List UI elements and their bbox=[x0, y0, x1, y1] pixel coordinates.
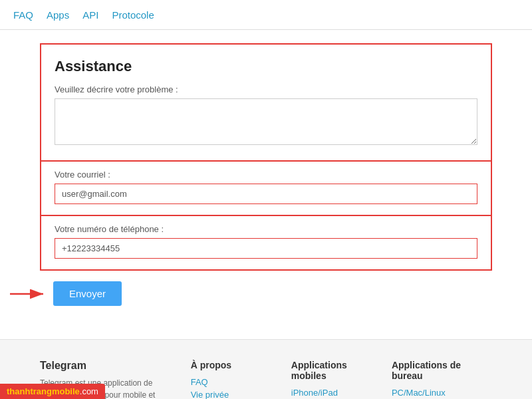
send-button[interactable]: Envoyer bbox=[53, 281, 122, 306]
footer-apropos-faq[interactable]: FAQ bbox=[191, 377, 278, 387]
email-section: Votre courriel : bbox=[40, 162, 492, 216]
watermark-text: thanhtrangmobile bbox=[7, 386, 80, 396]
arrow-indicator bbox=[10, 284, 50, 304]
nav-apps[interactable]: Apps bbox=[47, 9, 69, 21]
footer-desktop: Applications de bureau PC/Mac/Linux macO… bbox=[392, 360, 492, 399]
watermark: thanhtrangmobile.com bbox=[0, 384, 105, 399]
footer-desktop-title: Applications de bureau bbox=[392, 360, 479, 381]
footer-desktop-pc[interactable]: PC/Mac/Linux bbox=[392, 388, 479, 398]
footer-apropos-title: À propos bbox=[191, 360, 278, 370]
problem-textarea[interactable] bbox=[55, 98, 477, 145]
nav-protocole[interactable]: Protocole bbox=[112, 9, 154, 21]
phone-section: Votre numéro de téléphone : bbox=[40, 216, 492, 271]
footer-telegram-title: Telegram bbox=[40, 360, 171, 372]
footer-mobile: Applications mobiles iPhone/iPad Android… bbox=[291, 360, 392, 399]
phone-label: Votre numéro de téléphone : bbox=[55, 224, 477, 234]
email-label: Votre courriel : bbox=[55, 170, 477, 180]
assistance-box: Assistance Veuillez décrire votre problè… bbox=[40, 43, 492, 162]
footer-mobile-iphone[interactable]: iPhone/iPad bbox=[291, 388, 378, 398]
email-input[interactable] bbox=[55, 184, 477, 204]
main-content: Assistance Veuillez décrire votre problè… bbox=[0, 30, 532, 339]
nav-api[interactable]: API bbox=[82, 9, 98, 21]
footer-apropos-privacy[interactable]: Vie privée bbox=[191, 390, 278, 399]
send-section: Envoyer bbox=[40, 271, 492, 319]
header-nav: FAQ Apps API Protocole bbox=[0, 0, 532, 30]
footer-apropos: À propos FAQ Vie privée Presse bbox=[191, 360, 291, 399]
watermark-suffix: .com bbox=[80, 386, 98, 396]
assistance-title: Assistance bbox=[55, 58, 477, 75]
nav-faq[interactable]: FAQ bbox=[13, 9, 33, 21]
phone-input[interactable] bbox=[55, 238, 477, 259]
footer-mobile-title: Applications mobiles bbox=[291, 360, 378, 381]
problem-label: Veuillez décrire votre problème : bbox=[55, 84, 477, 94]
